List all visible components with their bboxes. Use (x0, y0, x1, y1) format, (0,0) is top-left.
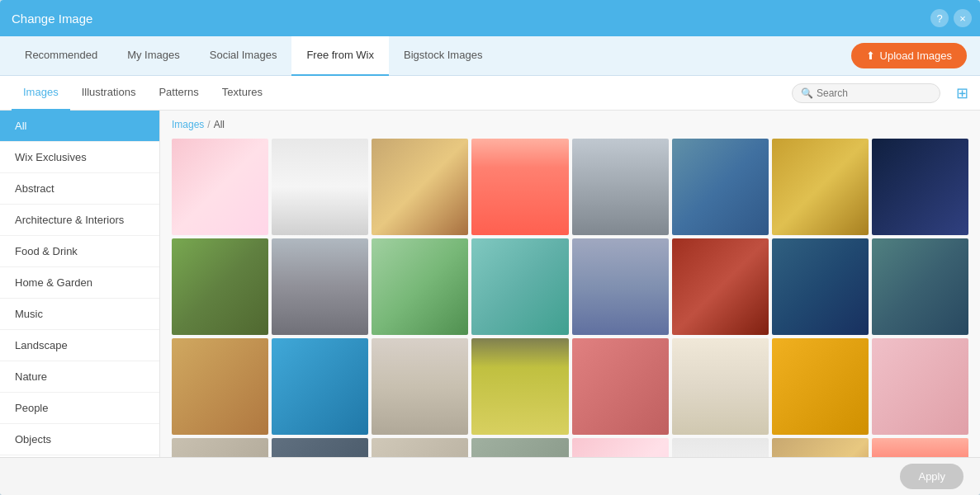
image-cell[interactable] (372, 438, 468, 457)
image-cell[interactable] (471, 139, 568, 235)
sidebar-item-food-drink[interactable]: Food & Drink (0, 236, 159, 267)
image-cell[interactable] (772, 139, 869, 235)
image-cell[interactable] (572, 139, 669, 235)
image-cell[interactable] (172, 238, 268, 335)
modal-title: Change Image (12, 12, 92, 26)
image-cell[interactable] (572, 438, 669, 457)
sidebar-item-landscape[interactable]: Landscape (0, 330, 159, 361)
image-cell[interactable] (471, 438, 568, 457)
sidebar-item-music[interactable]: Music (0, 299, 159, 330)
breadcrumb-parent[interactable]: Images (172, 119, 204, 130)
tab-bigstock-images[interactable]: Bigstock Images (389, 36, 497, 76)
image-area: Images / All (160, 111, 980, 457)
sidebar-item-all[interactable]: All (0, 111, 159, 142)
breadcrumb-separator: / (207, 119, 210, 130)
image-cell[interactable] (872, 338, 968, 435)
sub-tab-bar: Images Illustrations Patterns Textures 🔍… (0, 76, 980, 111)
sidebar-item-architecture[interactable]: Architecture & Interiors (0, 205, 159, 236)
apply-button[interactable]: Apply (900, 464, 963, 489)
image-cell[interactable] (872, 139, 968, 235)
image-cell[interactable] (772, 238, 869, 335)
sub-tab-images[interactable]: Images (12, 76, 70, 111)
image-grid (172, 139, 968, 457)
sidebar-item-objects[interactable]: Objects (0, 424, 159, 455)
image-cell[interactable] (471, 338, 568, 435)
image-cell[interactable] (172, 139, 268, 235)
image-cell[interactable] (172, 438, 268, 457)
image-cell[interactable] (772, 438, 869, 457)
sidebar-item-nature[interactable]: Nature (0, 361, 159, 393)
image-cell[interactable] (872, 438, 968, 457)
sidebar-item-abstract[interactable]: Abstract (0, 173, 159, 205)
tab-bar: Recommended My Images Social Images Free… (0, 36, 980, 76)
upload-icon: ⬆ (866, 50, 875, 62)
image-cell[interactable] (372, 338, 468, 435)
title-bar: Change Image ? × (0, 0, 980, 36)
upload-label: Upload Images (880, 50, 952, 62)
upload-images-button[interactable]: ⬆ Upload Images (851, 43, 967, 68)
image-cell[interactable] (272, 238, 368, 335)
help-button[interactable]: ? (930, 9, 949, 27)
image-cell[interactable] (272, 338, 368, 435)
image-cell[interactable] (672, 238, 769, 335)
modal-container: Change Image ? × Recommended My Images S… (0, 0, 980, 495)
image-cell[interactable] (272, 438, 368, 457)
image-cell[interactable] (772, 338, 869, 435)
sub-tab-textures[interactable]: Textures (211, 76, 274, 111)
footer: Apply (0, 457, 980, 495)
sub-tab-patterns[interactable]: Patterns (147, 76, 210, 111)
tab-recommended[interactable]: Recommended (10, 36, 112, 76)
image-cell[interactable] (572, 338, 669, 435)
image-cell[interactable] (672, 338, 769, 435)
title-bar-controls: ? × (930, 9, 972, 27)
breadcrumb-current: All (214, 119, 225, 130)
search-input[interactable] (817, 87, 931, 99)
grid-view-icon[interactable]: ⊞ (956, 84, 968, 102)
sidebar: All Wix Exclusives Abstract Architecture… (0, 111, 160, 457)
sidebar-item-home-garden[interactable]: Home & Garden (0, 267, 159, 299)
tab-my-images[interactable]: My Images (112, 36, 195, 76)
content-area: All Wix Exclusives Abstract Architecture… (0, 111, 980, 457)
image-cell[interactable] (372, 139, 468, 235)
sidebar-item-wix-exclusives[interactable]: Wix Exclusives (0, 142, 159, 173)
sidebar-item-people[interactable]: People (0, 393, 159, 424)
tab-social-images[interactable]: Social Images (195, 36, 292, 76)
image-cell[interactable] (172, 338, 268, 435)
search-icon: 🔍 (801, 87, 813, 99)
sub-tab-illustrations[interactable]: Illustrations (70, 76, 148, 111)
breadcrumb: Images / All (172, 119, 968, 130)
image-cell[interactable] (372, 238, 468, 335)
search-box: 🔍 (792, 83, 940, 103)
image-cell[interactable] (471, 238, 568, 335)
image-cell[interactable] (872, 238, 968, 335)
image-cell[interactable] (272, 139, 368, 235)
tab-free-from-wix[interactable]: Free from Wix (291, 36, 389, 76)
image-cell[interactable] (572, 238, 669, 335)
close-button[interactable]: × (954, 9, 972, 27)
image-cell[interactable] (672, 438, 769, 457)
image-cell[interactable] (672, 139, 769, 235)
